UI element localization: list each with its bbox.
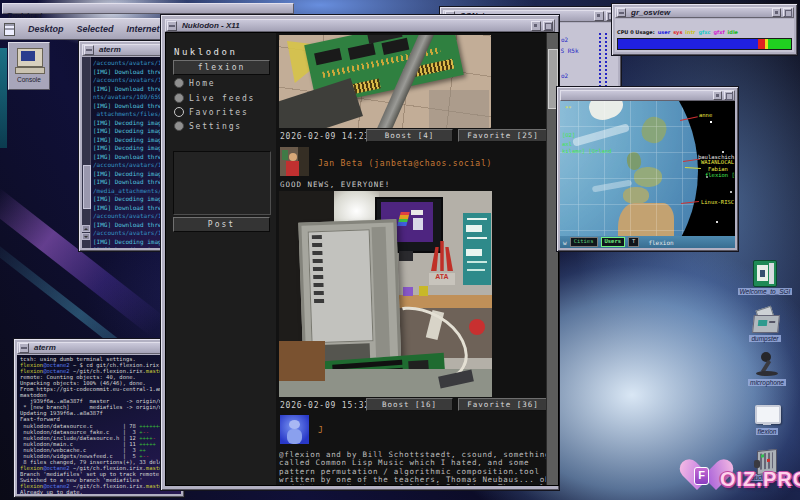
land-uk <box>626 151 642 171</box>
restore-icon[interactable] <box>713 91 722 100</box>
grosview-titlebar[interactable]: gr_osview <box>615 7 794 18</box>
toolchest-titlebar[interactable]: Toolchest <box>2 3 294 14</box>
post1-image[interactable] <box>279 35 491 128</box>
icon-microphone[interactable]: microphone <box>740 352 794 386</box>
sgnet-host[interactable]: o2 <box>561 36 568 43</box>
restore-icon[interactable] <box>594 11 604 21</box>
map-label: [O2] <box>562 132 575 138</box>
account-button[interactable]: flexion <box>173 60 270 75</box>
scroll-down-icon[interactable] <box>82 233 90 240</box>
monitor-icon <box>755 405 779 427</box>
sgnet-host[interactable]: o2 <box>561 72 568 79</box>
microphone-icon <box>752 352 782 378</box>
t-button[interactable]: T <box>628 237 639 247</box>
cpu0-usage-bar <box>617 38 792 50</box>
maximize-icon[interactable] <box>543 21 553 31</box>
land-greenland <box>586 101 626 124</box>
feed: 2026-02-09 14:23 Boost [4] Favorite [25]… <box>276 33 547 485</box>
nuklodon-window: Nuklodon - X11 Nuklodon flexion Home Liv… <box>160 14 560 491</box>
post2-timestamp: 2026-02-09 15:32 <box>280 401 370 410</box>
scrollbar-thumb[interactable] <box>83 165 91 209</box>
land-iberia <box>623 187 649 204</box>
grosview-body: CPU 0 Usage: usersysintrgfxcgfxfidle CPU… <box>615 19 794 52</box>
book-door-icon <box>753 260 777 287</box>
radio-icon <box>174 78 184 88</box>
nuklodon-titlebar[interactable]: Nuklodon - X11 <box>165 19 555 32</box>
nav-live-feeds[interactable]: Live feeds <box>174 93 255 103</box>
post-button[interactable]: Post <box>173 217 270 232</box>
post1-timestamp: 2026-02-09 14:23 <box>280 132 370 141</box>
minimize-icon[interactable] <box>84 45 94 55</box>
map-status-user: flexion <box>648 239 673 246</box>
aterm-scrollbar[interactable] <box>82 57 91 248</box>
watermark-text: OIZ.PRO <box>720 468 800 491</box>
land-europe <box>634 167 662 187</box>
users-button[interactable]: Users <box>601 237 626 247</box>
cpu1-legend: usersysintrgfxcgfxfidle <box>655 51 738 52</box>
desktop: Toolchest Desktop Selected Internet Find… <box>0 0 800 500</box>
map-area[interactable]: ** [O2] axl kilame] [Orland anne baulasc… <box>560 101 735 236</box>
maximize-icon[interactable] <box>783 8 792 17</box>
post2-boost-button[interactable]: Boost [16] <box>366 398 453 411</box>
post2-avatar[interactable] <box>280 147 309 176</box>
grosview-title: gr_osview <box>631 8 670 18</box>
map-label: axl <box>562 141 572 147</box>
aterm-bottom-body[interactable]: tcsh: using dumb terminal settings.flexi… <box>17 355 181 494</box>
cities-button[interactable]: Cities <box>570 237 598 247</box>
map-label: anne <box>699 112 712 118</box>
stars <box>710 121 712 123</box>
sgnet-graph-dots <box>599 33 601 91</box>
maximize-icon[interactable] <box>724 91 733 100</box>
watermark: F OIZ.PRO <box>686 456 798 498</box>
radio-icon <box>174 107 184 117</box>
map-titlebar[interactable] <box>560 90 735 101</box>
land-africa <box>618 203 674 236</box>
watermark-letter: F <box>694 467 709 485</box>
map-label: kilame] [Orland <box>562 148 612 154</box>
map-label: Linux-RISC <box>701 199 734 205</box>
scroll-up-icon[interactable] <box>82 225 90 232</box>
icon-dumpster[interactable]: dumpster <box>738 308 792 342</box>
minimize-icon[interactable] <box>167 21 177 31</box>
cloud <box>592 180 632 193</box>
cloud <box>572 123 630 147</box>
restore-icon[interactable] <box>772 8 781 17</box>
menu-internet[interactable]: Internet <box>127 24 160 34</box>
post2-body: GOOD NEWS, EVERYONE! <box>280 181 550 189</box>
nav-home[interactable]: Home <box>174 78 215 88</box>
nav-settings[interactable]: Settings <box>174 121 242 131</box>
wallpaper-streak <box>0 48 7 148</box>
icon-flexion-host[interactable]: flexion <box>742 405 792 435</box>
earth-globe <box>560 101 698 236</box>
console-icon-tile[interactable]: Console <box>8 42 50 90</box>
map-label: WAIANLOCAL <box>701 159 734 165</box>
post2-image[interactable]: ATA <box>279 191 492 397</box>
radio-icon <box>174 93 184 103</box>
post3-author[interactable]: J <box>318 426 324 435</box>
nuklodon-content: Nuklodon flexion Home Live feeds Favorit… <box>165 32 559 486</box>
land-scandinavia <box>638 113 670 146</box>
post2-author[interactable]: Jan Beta (janbeta@chaos.social) <box>318 159 492 168</box>
console-label: Console <box>9 76 49 83</box>
menu-selected[interactable]: Selected <box>77 24 114 34</box>
menu-desktop[interactable]: Desktop <box>28 24 64 34</box>
minimize-icon[interactable] <box>617 8 626 17</box>
post2-favorite-button[interactable]: Favorite [36] <box>458 398 548 411</box>
post1-favorite-button[interactable]: Favorite [25] <box>458 129 548 142</box>
nav-favorites[interactable]: Favorites <box>174 107 249 117</box>
compose-input[interactable] <box>173 151 271 215</box>
icon-welcome-to-sgi[interactable]: Welcome_to_SGI <box>734 260 796 295</box>
minimize-icon[interactable] <box>19 343 29 353</box>
aterm-top-title: aterm <box>99 45 121 55</box>
map-label: ** <box>565 105 572 111</box>
aterm-bottom-titlebar[interactable]: aterm <box>17 342 181 354</box>
map-label: flexion [Octa <box>705 172 735 178</box>
aterm-bottom-text: tcsh: using dumb terminal settings.flexi… <box>20 356 181 494</box>
grosview-window: gr_osview CPU 0 Usage: usersysintrgfxcgf… <box>611 3 798 56</box>
post3-avatar[interactable] <box>280 415 309 444</box>
app-name: Nuklodon <box>174 47 237 57</box>
post1-boost-button[interactable]: Boost [4] <box>366 129 453 142</box>
map-toolbar: w Cities Users T flexion <box>560 236 735 248</box>
toolchest-menu-icon[interactable] <box>4 23 15 36</box>
restore-icon[interactable] <box>531 21 541 31</box>
